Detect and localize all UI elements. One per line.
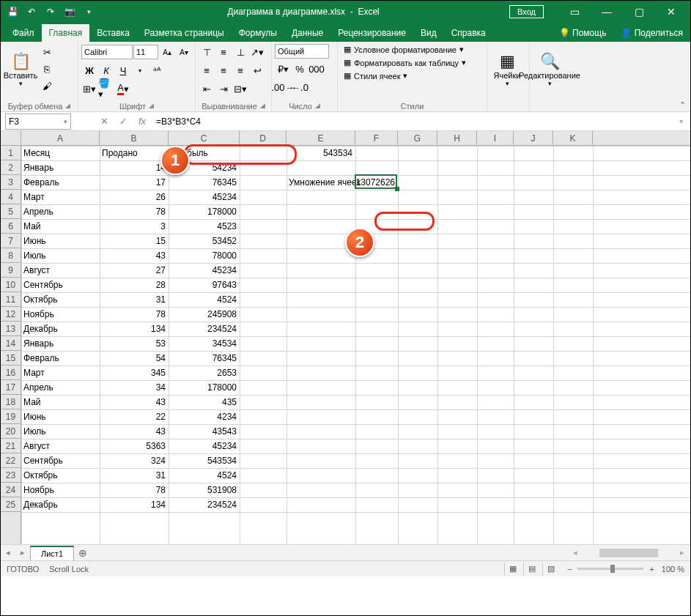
comma-icon[interactable]: 000 bbox=[308, 61, 325, 77]
cell-E1[interactable]: 543534 bbox=[287, 146, 355, 160]
conditional-formatting-button[interactable]: ▦Условное форматирование ▾ bbox=[341, 44, 484, 55]
cancel-formula-icon[interactable]: ✕ bbox=[95, 114, 114, 130]
cell-C20[interactable]: 43543 bbox=[169, 424, 239, 438]
cell-B7[interactable]: 15 bbox=[100, 234, 168, 248]
increase-font-icon[interactable]: A▴ bbox=[159, 44, 175, 60]
increase-indent-icon[interactable]: ⇥ bbox=[215, 81, 232, 97]
enter-formula-icon[interactable]: ✓ bbox=[114, 114, 133, 130]
cell-A3[interactable]: Февраль bbox=[21, 175, 99, 189]
cell-A6[interactable]: Май bbox=[21, 219, 99, 233]
font-family-select[interactable] bbox=[81, 45, 133, 59]
dialog-launcher-icon[interactable]: ◢ bbox=[149, 102, 154, 111]
undo-icon[interactable]: ↶ bbox=[23, 3, 40, 21]
cell-A20[interactable]: Июль bbox=[21, 424, 99, 438]
cell-B23[interactable]: 31 bbox=[100, 468, 168, 482]
col-header-H[interactable]: H bbox=[437, 131, 477, 145]
col-header-E[interactable]: E bbox=[287, 131, 355, 145]
cell-B10[interactable]: 28 bbox=[100, 278, 168, 292]
fill-color-icon[interactable]: 🪣▾ bbox=[98, 81, 114, 97]
cell-B5[interactable]: 78 bbox=[100, 204, 168, 218]
underline-dropdown-icon[interactable]: ▾ bbox=[132, 62, 148, 78]
cell-A4[interactable]: Март bbox=[21, 190, 99, 204]
row-header-15[interactable]: 15 bbox=[1, 351, 21, 365]
row-header-1[interactable]: 1 bbox=[1, 146, 21, 160]
zoom-in-icon[interactable]: + bbox=[649, 565, 654, 574]
close-icon[interactable]: ✕ bbox=[655, 1, 687, 22]
cell-C10[interactable]: 97643 bbox=[169, 278, 239, 292]
italic-button[interactable]: К bbox=[98, 62, 114, 78]
tab-formulas[interactable]: Формулы bbox=[232, 24, 284, 42]
cell-A12[interactable]: Ноябрь bbox=[21, 307, 99, 321]
cell-B3[interactable]: 17 bbox=[100, 175, 168, 189]
cell-A18[interactable]: Май bbox=[21, 395, 99, 409]
cell-C5[interactable]: 178000 bbox=[169, 204, 239, 218]
row-header-8[interactable]: 8 bbox=[1, 248, 21, 263]
decrease-decimal-icon[interactable]: ←.0 bbox=[292, 79, 308, 95]
cell-A9[interactable]: Август bbox=[21, 263, 99, 277]
cell-B22[interactable]: 324 bbox=[100, 453, 168, 467]
col-header-A[interactable]: A bbox=[21, 131, 100, 145]
cell-C3[interactable]: 76345 bbox=[169, 175, 239, 189]
number-format-select[interactable] bbox=[275, 44, 329, 59]
qat-dropdown-icon[interactable]: ▾ bbox=[80, 3, 97, 21]
cell-B20[interactable]: 43 bbox=[100, 424, 168, 438]
add-sheet-icon[interactable]: ⊕ bbox=[74, 547, 92, 559]
zoom-level[interactable]: 100 % bbox=[662, 565, 684, 574]
cell-F3[interactable]: 13072626 bbox=[355, 175, 397, 189]
cell-A22[interactable]: Сентябрь bbox=[21, 453, 99, 467]
align-middle-icon[interactable]: ≡ bbox=[215, 44, 232, 60]
cell-C25[interactable]: 234524 bbox=[169, 497, 239, 511]
formula-input[interactable] bbox=[152, 114, 671, 130]
row-header-9[interactable]: 9 bbox=[1, 263, 21, 278]
cells-area[interactable]: МесяцПроданоПрибыльЯнварь1454234Февраль1… bbox=[21, 146, 690, 544]
cell-A13[interactable]: Декабрь bbox=[21, 322, 99, 335]
cell-A2[interactable]: Январь bbox=[21, 160, 99, 174]
row-header-10[interactable]: 10 bbox=[1, 278, 21, 292]
tab-help[interactable]: Справка bbox=[444, 24, 493, 42]
cell-C6[interactable]: 4523 bbox=[169, 219, 239, 233]
decrease-indent-icon[interactable]: ⇤ bbox=[199, 81, 215, 97]
ribbon-options-icon[interactable]: ▭ bbox=[558, 1, 591, 22]
cells-button[interactable]: ▦Ячейки▾ bbox=[490, 44, 524, 95]
cell-A23[interactable]: Октябрь bbox=[21, 468, 99, 482]
view-page-break-icon[interactable]: ▧ bbox=[542, 563, 560, 576]
row-header-18[interactable]: 18 bbox=[1, 395, 21, 409]
row-header-19[interactable]: 19 bbox=[1, 409, 21, 424]
cell-A24[interactable]: Ноябрь bbox=[21, 483, 99, 497]
editing-button[interactable]: 🔍Редактирование▾ bbox=[533, 44, 566, 95]
row-header-16[interactable]: 16 bbox=[1, 365, 21, 380]
cell-B15[interactable]: 54 bbox=[100, 351, 168, 365]
cut-icon[interactable]: ✂ bbox=[39, 44, 55, 60]
merge-icon[interactable]: ⊟▾ bbox=[232, 81, 248, 97]
row-header-3[interactable]: 3 bbox=[1, 175, 21, 190]
row-header-11[interactable]: 11 bbox=[1, 292, 21, 307]
col-header-J[interactable]: J bbox=[514, 131, 553, 145]
cell-B4[interactable]: 26 bbox=[100, 190, 168, 204]
row-header-6[interactable]: 6 bbox=[1, 219, 21, 234]
cell-B13[interactable]: 134 bbox=[100, 322, 168, 335]
format-painter-icon[interactable]: 🖌 bbox=[39, 78, 55, 94]
cell-styles-button[interactable]: ▦Стили ячеек ▾ bbox=[341, 70, 484, 81]
cell-B1[interactable]: Продано bbox=[100, 146, 168, 160]
tab-data[interactable]: Данные bbox=[284, 24, 330, 42]
row-header-17[interactable]: 17 bbox=[1, 380, 21, 395]
cell-C16[interactable]: 2653 bbox=[169, 365, 239, 379]
cell-B16[interactable]: 345 bbox=[100, 365, 168, 379]
cell-B18[interactable]: 43 bbox=[100, 395, 168, 409]
sheet-nav-next-icon[interactable]: ▸ bbox=[15, 548, 30, 557]
row-header-2[interactable]: 2 bbox=[1, 160, 21, 175]
camera-icon[interactable]: 📷 bbox=[61, 3, 78, 21]
cell-C7[interactable]: 53452 bbox=[169, 234, 239, 248]
col-header-B[interactable]: B bbox=[100, 131, 169, 145]
select-all-corner[interactable] bbox=[1, 131, 21, 145]
cell-E3[interactable]: Умножение ячеек bbox=[287, 175, 361, 189]
cell-A19[interactable]: Июнь bbox=[21, 409, 99, 423]
tab-layout[interactable]: Разметка страницы bbox=[137, 24, 232, 42]
paste-button[interactable]: 📋Вставить▾ bbox=[4, 44, 37, 95]
row-header-12[interactable]: 12 bbox=[1, 307, 21, 322]
format-as-table-button[interactable]: ▦Форматировать как таблицу ▾ bbox=[341, 57, 484, 68]
row-header-21[interactable]: 21 bbox=[1, 439, 21, 453]
copy-icon[interactable]: ⎘ bbox=[39, 61, 55, 77]
fill-handle[interactable] bbox=[395, 187, 399, 191]
cell-B24[interactable]: 78 bbox=[100, 483, 168, 497]
